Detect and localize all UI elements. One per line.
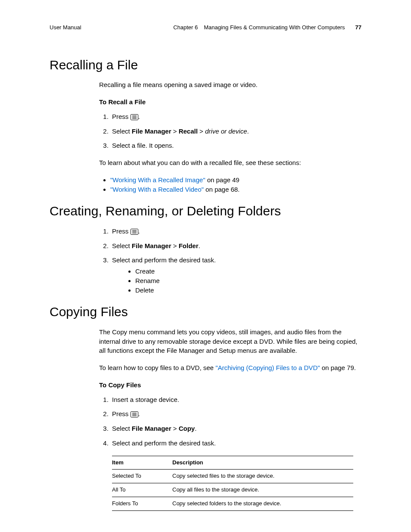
- list-item: Create: [135, 267, 361, 276]
- header-right: Chapter 6 Managing Files & Communicating…: [173, 24, 361, 32]
- link-recalled-video[interactable]: "Working With a Recalled Video": [110, 186, 204, 193]
- step-text: >: [171, 128, 179, 135]
- copy-learn-post: on page 79.: [320, 364, 356, 371]
- copy-intro: The Copy menu command lets you copy vide…: [99, 327, 361, 355]
- table-header-row: Item Description: [112, 456, 353, 470]
- table-cell-item: Selected To: [112, 470, 172, 483]
- table-cell-desc: Copy all files to the storage device.: [172, 483, 353, 497]
- list-item: Select File Manager > Folder.: [110, 241, 361, 251]
- heading-folders: Creating, Renaming, or Deleting Folders: [50, 202, 361, 221]
- recall-steps: Press . Select File Manager > Recall > d…: [99, 112, 361, 150]
- recall-links: "Working With a Recalled Image" on page …: [99, 175, 361, 194]
- list-item: Select File Manager > Recall > drive or …: [110, 127, 361, 136]
- menu-path-item: Recall: [179, 128, 198, 135]
- list-item: Insert a storage device.: [110, 395, 361, 404]
- step-text: >: [198, 128, 205, 135]
- menu-path-item: drive or device: [205, 128, 247, 135]
- list-item: Select File Manager > Copy.: [110, 424, 361, 433]
- list-item: "Working With a Recalled Image" on page …: [110, 175, 361, 185]
- list-item: Select and perform the desired task. Cre…: [110, 255, 361, 295]
- folders-steps: Press . Select File Manager > Folder. Se…: [99, 227, 361, 295]
- step-text: Press: [112, 113, 131, 120]
- step-text: .: [247, 128, 249, 135]
- table-header-item: Item: [112, 456, 172, 470]
- recall-subhead: To Recall a File: [99, 97, 361, 107]
- recall-intro: Recalling a file means opening a saved i…: [99, 80, 361, 90]
- header-left: User Manual: [50, 24, 81, 32]
- header-title: Managing Files & Communicating With Othe…: [204, 24, 345, 32]
- table-cell-item: All To: [112, 483, 172, 497]
- step-text: Select: [112, 242, 132, 249]
- table-cell-item: Folders To: [112, 497, 172, 511]
- step-text: >: [171, 425, 179, 432]
- table-row: All To Copy all files to the storage dev…: [112, 483, 353, 497]
- list-item: Press .: [110, 409, 361, 419]
- header-page-number: 77: [355, 24, 361, 32]
- step-text: .: [138, 410, 140, 417]
- step-text: Select: [112, 128, 132, 135]
- menu-path-item: File Manager: [132, 425, 171, 432]
- recall-learn: To learn about what you can do with a re…: [99, 158, 361, 168]
- step-text: .: [195, 425, 196, 432]
- menu-icon: [131, 229, 138, 235]
- step-text: .: [138, 113, 140, 120]
- copy-steps: Insert a storage device. Press . Select …: [99, 395, 361, 448]
- list-item: Delete: [135, 286, 361, 295]
- link-suffix: on page 49: [205, 176, 239, 184]
- menu-icon: [131, 411, 138, 417]
- list-item: Select and perform the desired task.: [110, 439, 361, 448]
- folder-tasks: Create Rename Delete: [112, 267, 361, 295]
- list-item: Press .: [110, 112, 361, 121]
- step-text: Select: [112, 425, 132, 432]
- step-text: .: [138, 227, 140, 235]
- link-recalled-image[interactable]: "Working With a Recalled Image": [110, 176, 205, 184]
- step-text: Press: [112, 227, 131, 235]
- table-header-description: Description: [172, 456, 353, 470]
- table-row: Folders To Copy selected folders to the …: [112, 497, 353, 511]
- step-text: Press: [112, 410, 131, 417]
- heading-copying-files: Copying Files: [50, 302, 361, 321]
- menu-path-item: File Manager: [132, 128, 171, 135]
- running-header: User Manual Chapter 6 Managing Files & C…: [50, 24, 361, 32]
- table-row: Selected To Copy selected files to the s…: [112, 470, 353, 483]
- step-text: Select and perform the desired task.: [112, 256, 216, 264]
- list-item: Rename: [135, 276, 361, 286]
- step-text: >: [171, 242, 179, 249]
- copy-subhead: To Copy Files: [99, 380, 361, 390]
- copy-learn: To learn how to copy files to a DVD, see…: [99, 363, 361, 373]
- link-archiving-dvd[interactable]: "Archiving (Copying) Files to a DVD": [215, 364, 320, 371]
- table-cell-desc: Copy selected files to the storage devic…: [172, 470, 353, 483]
- list-item: "Working With a Recalled Video" on page …: [110, 185, 361, 194]
- menu-icon: [131, 114, 138, 120]
- heading-recalling-a-file: Recalling a File: [50, 56, 361, 75]
- header-chapter: Chapter 6: [173, 24, 198, 32]
- list-item: Press .: [110, 227, 361, 236]
- copy-learn-pre: To learn how to copy files to a DVD, see: [99, 364, 215, 371]
- menu-path-item: File Manager: [132, 242, 171, 249]
- menu-path-item: Folder: [179, 242, 199, 249]
- link-suffix: on page 68.: [204, 186, 240, 193]
- table-cell-desc: Copy selected folders to the storage dev…: [172, 497, 353, 511]
- step-text: .: [199, 242, 200, 249]
- list-item: Select a file. It opens.: [110, 141, 361, 150]
- copy-table: Item Description Selected To Copy select…: [112, 456, 353, 511]
- menu-path-item: Copy: [179, 425, 195, 432]
- page: User Manual Chapter 6 Managing Files & C…: [0, 0, 411, 532]
